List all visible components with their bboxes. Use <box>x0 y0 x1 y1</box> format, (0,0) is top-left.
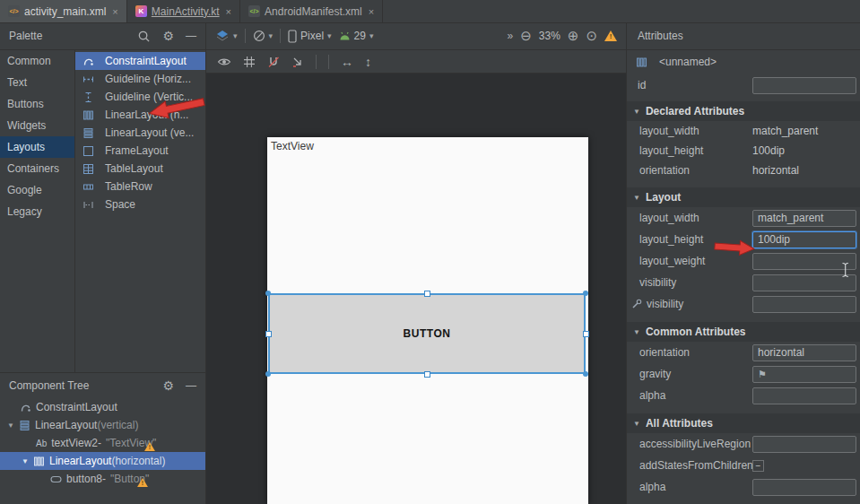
attr-row[interactable]: orientation horizontal <box>627 342 860 363</box>
phone-icon <box>288 30 297 43</box>
category-text[interactable]: Text <box>0 72 74 93</box>
attr-row[interactable]: layout_width match_parent <box>627 121 860 141</box>
collapse-icon: ▼ <box>633 420 640 428</box>
category-google[interactable]: Google <box>0 179 74 201</box>
attr-row[interactable]: gravity ⚑ <box>627 363 860 385</box>
tools-visibility-input[interactable] <box>752 296 856 313</box>
selection-handle-top-left[interactable] <box>265 291 271 296</box>
expand-icon[interactable]: ▼ <box>22 457 33 465</box>
attr-row[interactable]: alpha <box>627 476 860 498</box>
category-widgets[interactable]: Widgets <box>0 115 74 136</box>
selection-handle-bottom-right[interactable] <box>583 371 588 377</box>
orientation-input[interactable]: horizontal <box>752 344 856 361</box>
grid-icon[interactable] <box>243 56 256 68</box>
category-containers[interactable]: Containers <box>0 158 74 179</box>
section-all-attributes[interactable]: ▼ All Attributes <box>627 413 860 433</box>
gear-icon[interactable]: ⚙ <box>162 378 174 393</box>
tree-item-linearlayout-vertical[interactable]: ▼ LinearLayout(vertical) <box>0 416 205 434</box>
category-layouts[interactable]: Layouts <box>0 136 74 158</box>
tab-mainactivity-kt[interactable]: K MainActivity.kt × <box>127 0 240 22</box>
category-common[interactable]: Common <box>0 50 74 72</box>
component-guideline-horizontal[interactable]: Guideline (Horiz... <box>75 70 205 88</box>
layout-height-input[interactable]: 100dip <box>752 231 856 248</box>
attr-row[interactable]: addStatesFromChildren − <box>627 455 860 476</box>
view-options-icon[interactable] <box>217 55 231 69</box>
annotation-arrow-layout-height <box>712 237 756 257</box>
hide-panel-icon[interactable]: — <box>186 379 196 392</box>
selection-handle-left[interactable] <box>265 331 272 337</box>
device-selector[interactable]: Pixel ▾ <box>288 30 332 43</box>
selection-handle-top-right[interactable] <box>583 291 588 296</box>
gravity-input[interactable]: ⚑ <box>752 366 856 383</box>
category-buttons[interactable]: Buttons <box>0 93 74 115</box>
search-icon[interactable] <box>137 30 151 43</box>
device-canvas[interactable]: TextView BUTTON <box>267 137 588 504</box>
id-input[interactable] <box>752 77 856 94</box>
attributes-header: Attributes <box>626 22 860 50</box>
selection-handle-bottom-left[interactable] <box>265 371 271 377</box>
warning-icon[interactable]: ! <box>137 478 148 487</box>
toolbar-separator <box>328 55 329 69</box>
component-space[interactable]: Space <box>75 196 205 213</box>
expand-icon[interactable]: ▼ <box>7 421 19 430</box>
component-tablelayout[interactable]: TableLayout <box>75 160 205 178</box>
clear-constraints-icon[interactable] <box>291 56 304 68</box>
selection-handle-bottom[interactable] <box>424 371 430 378</box>
blueprint-mode-button[interactable]: ▾ <box>253 30 274 42</box>
layout-width-input[interactable]: match_parent <box>752 210 856 227</box>
component-constraintlayout[interactable]: ConstraintLayout <box>75 52 205 70</box>
component-linearlayout-vertical[interactable]: LinearLayout (ve... <box>75 124 205 142</box>
toolbar-overflow-icon[interactable]: » <box>508 30 514 42</box>
section-common-attributes[interactable]: ▼ Common Attributes <box>627 322 860 342</box>
align-horizontal-icon[interactable]: ↔ <box>341 55 353 69</box>
section-declared-attributes[interactable]: ▼ Declared Attributes <box>627 101 860 121</box>
design-surface-mode-button[interactable]: ▾ <box>215 30 238 42</box>
api-selector[interactable]: 29 ▾ <box>339 30 374 42</box>
button-widget[interactable]: BUTTON <box>404 327 451 340</box>
attr-row[interactable]: accessibilityLiveRegion <box>627 433 860 455</box>
tree-item-textview2[interactable]: Ab textView2- "TextView" ! <box>0 434 205 452</box>
align-vertical-icon[interactable]: ↕ <box>365 55 371 69</box>
alpha-all-input[interactable] <box>752 479 856 496</box>
selection-handle-top[interactable] <box>424 291 430 297</box>
tree-item-linearlayout-horizontal[interactable]: ▼ LinearLayout(horizontal) <box>0 452 205 470</box>
attr-row[interactable]: visibility <box>627 293 860 315</box>
gear-icon[interactable]: ⚙ <box>162 29 174 43</box>
attr-value[interactable]: 100dip <box>752 144 856 157</box>
zoom-to-fit-button[interactable]: ⊙ <box>586 28 597 44</box>
attr-row[interactable]: alpha <box>627 385 860 406</box>
component-framelayout[interactable]: FrameLayout <box>75 142 205 160</box>
selected-linearlayout-widget[interactable]: BUTTON <box>268 293 586 374</box>
tree-item-button8[interactable]: button8- "Button" ! <box>0 470 205 488</box>
tristate-checkbox[interactable]: − <box>752 460 764 472</box>
zoom-out-button[interactable]: ⊖ <box>520 28 532 44</box>
warnings-button[interactable]: ! <box>604 30 617 41</box>
attr-row[interactable]: orientation horizontal <box>627 161 860 180</box>
close-icon[interactable]: × <box>226 6 231 17</box>
hide-panel-icon[interactable]: — <box>186 30 196 42</box>
accessibility-live-region-input[interactable] <box>752 436 856 453</box>
alpha-input[interactable] <box>752 387 856 404</box>
close-icon[interactable]: × <box>112 6 117 17</box>
selection-handle-right[interactable] <box>583 331 589 337</box>
tab-activity-main-xml[interactable]: </> activity_main.xml × <box>0 0 127 22</box>
attr-row[interactable]: layout_width match_parent <box>627 207 860 229</box>
attributes-title: Attributes <box>638 30 683 42</box>
close-icon[interactable]: × <box>369 6 374 17</box>
section-layout[interactable]: ▼ Layout <box>627 187 860 207</box>
autoconnect-off-magnet-icon[interactable] <box>267 56 280 68</box>
tab-androidmanifest-xml[interactable]: </> AndroidManifest.xml × <box>240 0 383 22</box>
attr-value[interactable]: match_parent <box>752 125 856 137</box>
zoom-in-button[interactable]: ⊕ <box>568 28 579 44</box>
category-legacy[interactable]: Legacy <box>0 201 74 222</box>
text-cursor <box>841 262 850 278</box>
tree-item-constraintlayout[interactable]: ConstraintLayout <box>0 398 205 416</box>
textview-widget[interactable]: TextView <box>271 140 314 152</box>
attr-row[interactable]: visibility <box>627 272 860 293</box>
attr-row[interactable]: layout_height 100dip <box>627 141 860 161</box>
warning-icon[interactable]: ! <box>144 442 155 451</box>
collapse-icon: ▼ <box>633 194 640 202</box>
component-tablerow[interactable]: TableRow <box>75 178 205 196</box>
attr-value[interactable]: horizontal <box>752 164 856 177</box>
flag-icon[interactable]: ⚑ <box>758 369 767 380</box>
